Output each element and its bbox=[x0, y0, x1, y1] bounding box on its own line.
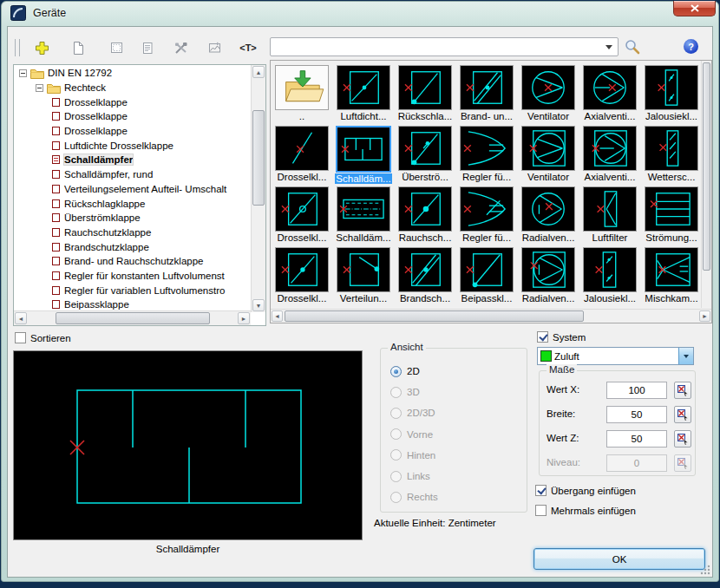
mehrmals-checkbox[interactable]: Mehrmals einfügen bbox=[535, 505, 636, 516]
grid-item-regler-luftvolumenstrom-2[interactable]: Regler fü... bbox=[458, 186, 515, 245]
resize-grip-icon[interactable] bbox=[700, 565, 710, 575]
grid-horizontal-scrollbar[interactable]: ◄ ► bbox=[271, 309, 711, 323]
tree-item[interactable]: Brand- und Rauchschutzklappe bbox=[14, 254, 251, 269]
system-checkbox[interactable]: System bbox=[537, 331, 586, 343]
scrollbar-thumb[interactable] bbox=[703, 62, 710, 271]
pick-point-button[interactable] bbox=[674, 382, 691, 399]
search-button[interactable] bbox=[624, 38, 641, 56]
grid-item-regler-luftvolumenstrom[interactable]: Regler fü... bbox=[458, 126, 515, 185]
list-button[interactable] bbox=[137, 37, 158, 58]
scrollbar-thumb[interactable] bbox=[285, 310, 584, 322]
form-button[interactable] bbox=[106, 37, 127, 58]
scroll-left-arrow[interactable]: ◄ bbox=[15, 312, 27, 324]
tree-item[interactable]: Regler für konstanten Luftvolumenst bbox=[14, 269, 251, 284]
scrollbar-thumb[interactable] bbox=[252, 110, 265, 206]
grid-item-mischkammer[interactable]: Mischkam... bbox=[643, 247, 700, 306]
tree-item[interactable]: Überströmklappe bbox=[14, 211, 251, 225]
grid-item-drosselklappe-kreis[interactable]: Drosselkl... bbox=[273, 186, 331, 245]
grid-item-axialventilator-rund[interactable]: Axialventi... bbox=[581, 65, 638, 124]
system-combobox[interactable]: Zuluft bbox=[537, 347, 694, 365]
properties-button[interactable] bbox=[204, 37, 225, 58]
radio-label: Vorne bbox=[407, 429, 433, 440]
pick-point-button[interactable] bbox=[674, 430, 691, 448]
device-item-icon bbox=[52, 300, 60, 309]
checkbox-box[interactable] bbox=[535, 485, 547, 496]
help-button[interactable]: ? bbox=[684, 39, 698, 54]
scroll-down-arrow[interactable]: ▼ bbox=[252, 299, 265, 311]
tree-vertical-scrollbar[interactable]: ▲ ▼ bbox=[251, 65, 265, 312]
grid-item-beipassklappe[interactable]: Beipasskl... bbox=[458, 247, 515, 306]
scroll-right-arrow[interactable]: ► bbox=[238, 312, 250, 324]
grid-item-luftdichte-drosselklappe[interactable]: Luftdicht... bbox=[335, 65, 392, 124]
tree-item[interactable]: Drosselklappe bbox=[14, 95, 251, 109]
tree-item[interactable]: Drosselklappe bbox=[14, 109, 251, 124]
tree-item[interactable]: Rechteck bbox=[14, 81, 251, 95]
tree-item[interactable]: Regler für variablen Luftvolumenstro bbox=[14, 283, 251, 297]
grid-item-wetterschutzgitter[interactable]: Wettersc... bbox=[643, 126, 700, 185]
grid-item-ventilator-eckig[interactable]: Ventilator bbox=[520, 126, 577, 185]
checkbox-box[interactable] bbox=[535, 505, 547, 516]
scrollbar-thumb[interactable] bbox=[56, 312, 210, 324]
tree-expander-minus[interactable] bbox=[36, 84, 43, 92]
close-button[interactable] bbox=[673, 1, 716, 16]
tree-item[interactable]: Drosselklappe bbox=[14, 124, 251, 139]
tree-item[interactable]: Luftdichte Drosselklappe bbox=[14, 138, 251, 153]
grid-item-ventilator-rund[interactable]: Ventilator bbox=[520, 65, 577, 124]
wert-x-input[interactable] bbox=[606, 382, 667, 399]
new-item-button[interactable] bbox=[68, 37, 88, 58]
titlebar[interactable]: Geräte bbox=[0, 0, 720, 26]
scroll-right-arrow[interactable]: ► bbox=[699, 310, 710, 322]
tree-horizontal-scrollbar[interactable]: ◄ ► bbox=[14, 310, 251, 325]
grid-item-folder-up[interactable]: .. bbox=[273, 65, 331, 124]
grid-item-radialventilator-rund[interactable]: Radialven... bbox=[520, 186, 577, 245]
tree-item[interactable]: Beipassklappe bbox=[14, 297, 251, 310]
text-tag-button[interactable]: <T> bbox=[238, 37, 259, 58]
tree-item[interactable]: Rückschlagklappe bbox=[14, 196, 251, 211]
grid-item-verteilungselement[interactable]: Verteilun... bbox=[335, 247, 392, 306]
grid-item-brandschutzklappe[interactable]: Brandsch... bbox=[396, 247, 454, 306]
grid-vertical-scrollbar[interactable] bbox=[701, 61, 711, 308]
pick-point-button[interactable] bbox=[674, 406, 691, 423]
tree-item[interactable]: Verteilungselement Aufteil- Umschalt bbox=[14, 182, 251, 197]
preview-canvas[interactable] bbox=[13, 350, 363, 540]
scroll-left-arrow[interactable]: ◄ bbox=[272, 310, 283, 322]
grid-item-ueberstroemklappe[interactable]: Überströ... bbox=[396, 126, 454, 185]
tree-item[interactable]: DIN EN 12792 bbox=[14, 66, 251, 81]
tree-item[interactable]: Schalldämpfer bbox=[14, 153, 251, 167]
checkbox-box[interactable] bbox=[15, 332, 26, 343]
grid-item-jalousieklappe-hoch[interactable]: Jalousiekl... bbox=[643, 65, 700, 124]
tree-item[interactable]: Schalldämpfer, rund bbox=[14, 167, 251, 182]
chevron-down-icon[interactable] bbox=[605, 45, 612, 53]
grid-item-brand-und-rauchschutzklappe[interactable]: Brand- un... bbox=[458, 65, 515, 124]
grid-item-radialventilator-eckig[interactable]: Radialven... bbox=[520, 247, 577, 306]
grid-item-axialventilator-eckig[interactable]: Axialventi... bbox=[581, 126, 638, 185]
sortieren-checkbox[interactable]: Sortieren bbox=[15, 332, 71, 343]
grid-item-rueckschlagklappe[interactable]: Rückschla... bbox=[396, 65, 454, 124]
grid-item-label: Drosselkl... bbox=[273, 172, 331, 182]
grid-item-jalousieklappe-eckig[interactable]: Jalousiekl... bbox=[581, 247, 638, 306]
breite-input[interactable] bbox=[606, 406, 667, 423]
grid-item-luftfilter[interactable]: Luftfilter bbox=[581, 186, 638, 245]
checkbox-box[interactable] bbox=[537, 331, 548, 343]
wert-z-input[interactable] bbox=[606, 430, 667, 448]
brand-und-rauchschutzklappe bbox=[460, 65, 514, 110]
tree-expander-minus[interactable] bbox=[19, 69, 27, 77]
search-combobox[interactable] bbox=[270, 37, 619, 56]
grid-item-schalldaempfer[interactable]: Schalldäm... bbox=[335, 126, 392, 185]
add-button[interactable] bbox=[31, 37, 52, 58]
radio-2d[interactable]: 2D bbox=[390, 364, 420, 378]
grid-item-schalldaempfer-kulisse[interactable]: Schalldäm... bbox=[335, 186, 392, 245]
ok-button[interactable]: OK bbox=[533, 548, 705, 570]
tools-button[interactable] bbox=[170, 37, 191, 58]
scroll-up-arrow[interactable]: ▲ bbox=[252, 66, 265, 78]
grid-item-stroemungsgleichrichter[interactable]: Strömung... bbox=[643, 186, 700, 245]
grid-item-drosselklappe-linie[interactable]: Drosselkl... bbox=[273, 126, 331, 185]
grid-item-rauchschutzklappe[interactable]: Rauchsch... bbox=[396, 186, 454, 245]
toolbar-grip[interactable] bbox=[15, 39, 20, 56]
uebergang-checkbox[interactable]: Übergang einfügen bbox=[535, 485, 636, 496]
combo-dropdown-button[interactable] bbox=[678, 348, 693, 364]
grid-item-drosselklappe-punkt[interactable]: Drosselkl... bbox=[273, 247, 331, 306]
radio-button[interactable] bbox=[390, 366, 402, 377]
tree-item[interactable]: Rauchschutzklappe bbox=[14, 225, 251, 240]
tree-item[interactable]: Brandschutzklappe bbox=[14, 239, 251, 254]
